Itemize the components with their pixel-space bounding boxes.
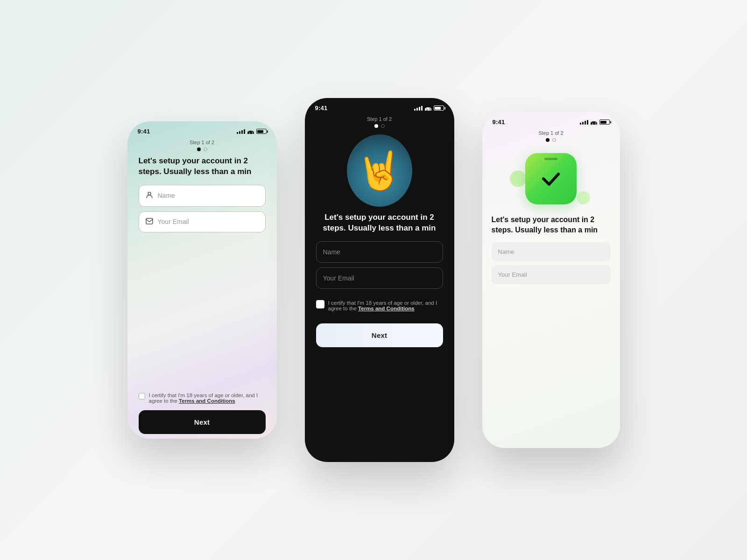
email-input-center[interactable] xyxy=(323,274,436,282)
name-input-center[interactable] xyxy=(323,248,436,256)
status-bar-right: 9:41 xyxy=(482,112,620,128)
wifi-icon-right xyxy=(591,120,597,125)
dot-inactive-left xyxy=(204,147,207,151)
email-input-right[interactable] xyxy=(498,271,604,278)
status-time-left: 9:41 xyxy=(138,128,150,135)
email-input-wrapper-center xyxy=(316,267,443,289)
orb-right xyxy=(577,191,590,204)
heading-center: Let's setup your account in 2 steps. Usu… xyxy=(316,212,443,234)
status-icons-right xyxy=(580,119,610,125)
heading-right: Let's setup your account in 2 steps. Usu… xyxy=(492,215,611,235)
signal-icon-right xyxy=(580,120,588,125)
rock-hand-icon: 🤘 xyxy=(347,134,412,207)
step-indicator-right: Step 1 of 2 xyxy=(482,128,620,147)
checkmark-app-icon xyxy=(525,153,577,204)
name-input-wrapper-right xyxy=(492,242,611,261)
battery-icon-center xyxy=(434,105,444,111)
terms-row-center: I certify that I'm 18 years of age or ol… xyxy=(316,300,443,311)
wifi-icon-left xyxy=(247,129,254,134)
email-input-wrapper-right xyxy=(492,265,611,284)
step-label-left: Step 1 of 2 xyxy=(127,140,277,145)
battery-icon-right xyxy=(599,119,610,125)
dot-active-left xyxy=(197,147,201,151)
dot-active-right xyxy=(546,138,550,142)
next-button-left[interactable]: Next xyxy=(139,410,266,434)
orb-left xyxy=(510,171,526,187)
name-input-right[interactable] xyxy=(498,248,604,255)
phone-left: 9:41 Step 1 of 2 Let's setup your accoun… xyxy=(127,121,277,439)
hero-right xyxy=(482,148,620,209)
terms-checkbox-left[interactable] xyxy=(139,393,145,399)
phone-body-center: Let's setup your account in 2 steps. Usu… xyxy=(305,212,454,462)
status-time-center: 9:41 xyxy=(315,105,328,112)
signal-icon-left xyxy=(237,129,245,134)
terms-link-center[interactable]: Terms and Conditions xyxy=(358,306,415,311)
email-input-wrapper-left xyxy=(139,211,266,232)
step-label-right: Step 1 of 2 xyxy=(482,130,620,136)
terms-text-left: I certify that I'm 18 years of age or ol… xyxy=(149,392,266,404)
phone-right: 9:41 Step 1 of 2 xyxy=(482,112,620,448)
svg-point-0 xyxy=(148,192,151,195)
hero-center: 🤘 xyxy=(305,134,454,207)
terms-checkbox-center[interactable] xyxy=(316,300,324,308)
name-input-wrapper-left xyxy=(139,185,266,207)
step-label-center: Step 1 of 2 xyxy=(305,116,454,122)
phone-center: 9:41 Step 1 of 2 🤘 Let's setup yo xyxy=(305,98,454,462)
status-time-right: 9:41 xyxy=(493,119,505,126)
name-input-left[interactable] xyxy=(158,192,259,199)
status-icons-center xyxy=(414,105,444,111)
person-icon-left xyxy=(146,191,153,200)
app-icon-area xyxy=(514,148,588,209)
app-icon-notch xyxy=(544,158,557,160)
step-indicator-left: Step 1 of 2 xyxy=(127,138,277,156)
phone-body-right: Let's setup your account in 2 steps. Usu… xyxy=(482,215,620,448)
dot-inactive-center xyxy=(381,124,385,128)
email-input-left[interactable] xyxy=(158,218,259,225)
terms-row-left: I certify that I'm 18 years of age or ol… xyxy=(139,392,266,404)
step-indicator-center: Step 1 of 2 xyxy=(305,114,454,133)
wifi-icon-center xyxy=(425,106,431,111)
svg-rect-1 xyxy=(146,218,153,224)
heading-left: Let's setup your account in 2 steps. Usu… xyxy=(139,156,266,177)
dot-active-center xyxy=(374,124,378,128)
envelope-icon-left xyxy=(146,218,153,226)
signal-icon-center xyxy=(414,106,423,111)
terms-text-center: I certify that I'm 18 years of age or ol… xyxy=(328,300,443,311)
step-dots-center xyxy=(305,124,454,128)
terms-link-left[interactable]: Terms and Conditions xyxy=(179,398,235,404)
step-dots-right xyxy=(482,138,620,142)
name-input-wrapper-center xyxy=(316,241,443,263)
next-button-center[interactable]: Next xyxy=(316,323,443,347)
status-icons-left xyxy=(237,129,267,134)
phone-body-left: Let's setup your account in 2 steps. Usu… xyxy=(127,156,277,439)
step-dots-left xyxy=(127,147,277,151)
battery-icon-left xyxy=(256,129,267,134)
dot-inactive-right xyxy=(552,138,556,142)
checkmark-svg xyxy=(537,165,565,193)
status-bar-left: 9:41 xyxy=(127,121,277,138)
status-bar-center: 9:41 xyxy=(305,98,454,114)
